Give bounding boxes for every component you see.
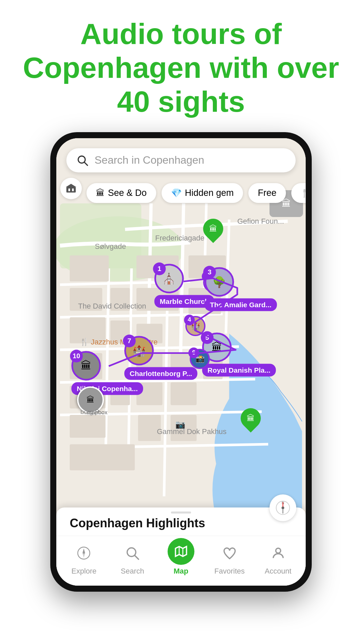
compass-icon: N <box>275 499 291 516</box>
heart-icon <box>222 546 237 560</box>
search-tab-label: Search <box>121 567 144 576</box>
tab-favorites[interactable]: Favorites <box>205 541 254 576</box>
tab-account[interactable]: Account <box>254 541 302 576</box>
bottom-panel: Copenhagen Highlights E <box>56 507 306 586</box>
solvgade-label: Sølvgade <box>95 242 126 251</box>
museum-chip-icon: 🏛 <box>96 188 105 198</box>
search-tab-icon <box>125 546 140 560</box>
filter-row: 🏛 See & Do 💎 Hidden gem Free 🍴 Eat 👜 S <box>56 177 306 209</box>
filter-hidden-gem[interactable]: 💎 Hidden gem <box>162 183 243 203</box>
svg-rect-36 <box>68 189 70 191</box>
svg-rect-20 <box>70 415 106 438</box>
fredericiagade-label: Fredericiagade <box>155 234 204 243</box>
filter-see-do-label: See & Do <box>108 188 147 198</box>
filter-hidden-gem-label: Hidden gem <box>185 188 234 198</box>
svg-rect-37 <box>72 189 74 191</box>
map-tab-label: Map <box>174 567 188 576</box>
search-icon <box>76 154 88 166</box>
filter-eat[interactable]: 🍴 Eat <box>291 183 306 203</box>
gefion-label: Gefion Foun... <box>237 217 284 226</box>
account-icon-wrap <box>266 541 290 565</box>
compass-button[interactable]: N <box>269 494 296 521</box>
favorites-tab-label: Favorites <box>215 567 245 576</box>
svg-point-46 <box>276 548 281 553</box>
green-pin-1[interactable]: 🏛 <box>203 219 223 239</box>
drag-handle[interactable] <box>56 507 306 516</box>
map-tab-icon <box>174 544 188 559</box>
filter-free[interactable]: Free <box>248 183 286 203</box>
explore-icon-wrap <box>72 541 96 565</box>
svg-rect-3 <box>70 255 109 281</box>
svg-line-43 <box>135 555 139 559</box>
phone-wrapper: Sølvgade Fredericiagade The David Collec… <box>0 132 362 592</box>
tour-marker-3[interactable]: 🌳 3 The Amalie Gard... <box>204 267 277 311</box>
svg-marker-35 <box>66 184 76 187</box>
gammel-dok-label: Gammel Dok Pakhus <box>157 427 227 436</box>
svg-line-33 <box>84 162 87 165</box>
filter-all-icon[interactable] <box>60 178 82 199</box>
bottom-card-title: Copenhagen Highlights <box>56 516 306 536</box>
david-collection-label: The David Collection <box>78 302 146 311</box>
restaurant-icon: 🍴 <box>80 338 89 346</box>
gem-icon: 💎 <box>171 188 182 198</box>
svg-marker-41 <box>82 553 85 558</box>
tour-marker-5[interactable]: 🏛 5 Royal Danish Pla... <box>202 332 276 376</box>
svg-rect-17 <box>171 382 197 405</box>
search-placeholder: Search in Copenhagen <box>95 154 204 166</box>
svg-rect-34 <box>66 187 76 193</box>
person-icon <box>271 546 286 560</box>
bottom-tab-bar: Explore Search <box>56 536 306 586</box>
search-bar[interactable]: Search in Copenhagen <box>66 148 296 172</box>
favorites-icon-wrap <box>218 541 241 565</box>
tab-map[interactable]: Map <box>157 541 205 576</box>
gammel-dok-camera: 📷 <box>175 420 185 429</box>
svg-point-29 <box>282 506 284 509</box>
green-pin-2[interactable]: 🏛 <box>241 408 261 428</box>
search-icon-wrap <box>121 541 144 565</box>
museum-icon <box>65 182 77 195</box>
fork-icon: 🍴 <box>301 188 306 198</box>
svg-rect-22 <box>70 444 135 470</box>
phone-screen: Sølvgade Fredericiagade The David Collec… <box>56 138 306 586</box>
svg-marker-40 <box>82 548 85 553</box>
tab-explore[interactable]: Explore <box>60 541 108 576</box>
explore-tab-label: Explore <box>71 567 97 576</box>
tab-search[interactable]: Search <box>108 541 157 576</box>
mapbox-label: mapbox <box>87 409 107 416</box>
compass-tab-icon <box>76 546 91 560</box>
phone-frame: Sølvgade Fredericiagade The David Collec… <box>50 132 312 592</box>
filter-free-label: Free <box>258 188 277 198</box>
filter-see-do[interactable]: 🏛 See & Do <box>86 183 156 203</box>
account-tab-label: Account <box>265 567 292 576</box>
map-icon-wrap <box>168 538 194 565</box>
hero-title: Audio tours of Copenhagen with over 40 s… <box>0 0 362 129</box>
